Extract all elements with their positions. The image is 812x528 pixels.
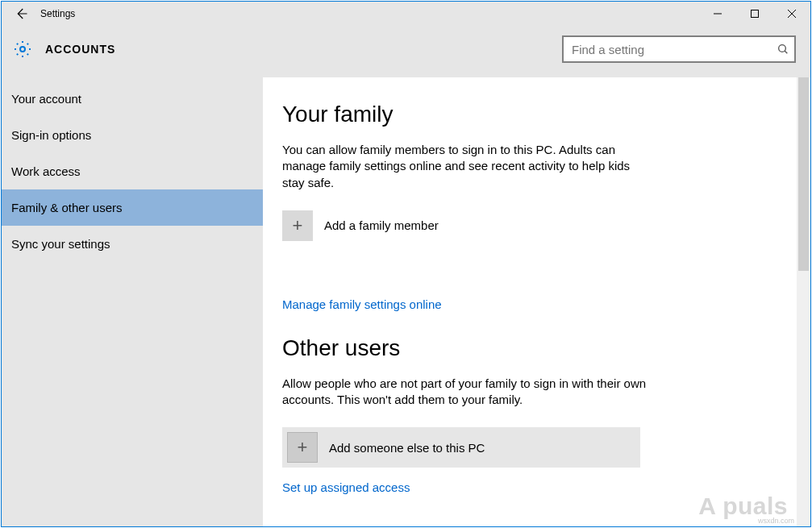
svg-point-4 [20, 47, 25, 52]
titlebar: Settings [2, 2, 810, 26]
sidebar: Your account Sign-in options Work access… [2, 77, 263, 526]
sidebar-item-signin-options[interactable]: Sign-in options [2, 117, 263, 153]
sidebar-item-family-other-users[interactable]: Family & other users [2, 189, 263, 226]
maximize-icon [751, 10, 759, 18]
body: Your account Sign-in options Work access… [2, 77, 810, 526]
add-other-user-button[interactable]: + Add someone else to this PC [282, 427, 640, 468]
gear-icon [13, 39, 32, 59]
svg-rect-1 [752, 10, 759, 18]
back-button[interactable] [2, 2, 40, 26]
window-controls [699, 2, 810, 26]
close-icon [788, 10, 796, 18]
arrow-left-icon [14, 6, 28, 21]
header-row: ACCOUNTS [2, 26, 810, 77]
content-wrap: Your family You can allow family members… [263, 77, 810, 526]
add-other-label: Add someone else to this PC [329, 441, 485, 455]
settings-window: Settings ACCOUNTS Your account Sign-in [1, 1, 811, 527]
close-button[interactable] [773, 2, 810, 26]
spacer [282, 468, 777, 480]
minimize-icon [714, 10, 722, 18]
sidebar-item-work-access[interactable]: Work access [2, 153, 263, 189]
content: Your family You can allow family members… [263, 77, 797, 526]
add-family-label: Add a family member [324, 218, 439, 232]
plus-icon: + [282, 210, 313, 241]
minimize-button[interactable] [699, 2, 736, 26]
maximize-button[interactable] [736, 2, 773, 26]
manage-family-link[interactable]: Manage family settings online [282, 297, 777, 311]
section-family-heading: Your family [282, 102, 777, 127]
search-input[interactable] [562, 35, 796, 63]
add-family-member-button[interactable]: + Add a family member [282, 210, 640, 241]
scroll-thumb[interactable] [798, 77, 809, 271]
breadcrumb: ACCOUNTS [45, 43, 115, 56]
section-family-desc: You can allow family members to sign in … [282, 142, 653, 191]
plus-icon: + [287, 432, 318, 463]
sidebar-item-your-account[interactable]: Your account [2, 81, 263, 117]
sidebar-item-sync-settings[interactable]: Sync your settings [2, 226, 263, 262]
section-other-desc: Allow people who are not part of your fa… [282, 376, 653, 409]
vertical-scrollbar[interactable] [797, 77, 810, 526]
spacer [282, 241, 777, 297]
header-left: ACCOUNTS [13, 39, 115, 59]
assigned-access-link[interactable]: Set up assigned access [282, 480, 777, 494]
section-other-heading: Other users [282, 335, 777, 361]
titlebar-left: Settings [2, 2, 75, 26]
window-title: Settings [40, 8, 75, 19]
search-wrap [562, 35, 796, 63]
spacer [282, 311, 777, 335]
